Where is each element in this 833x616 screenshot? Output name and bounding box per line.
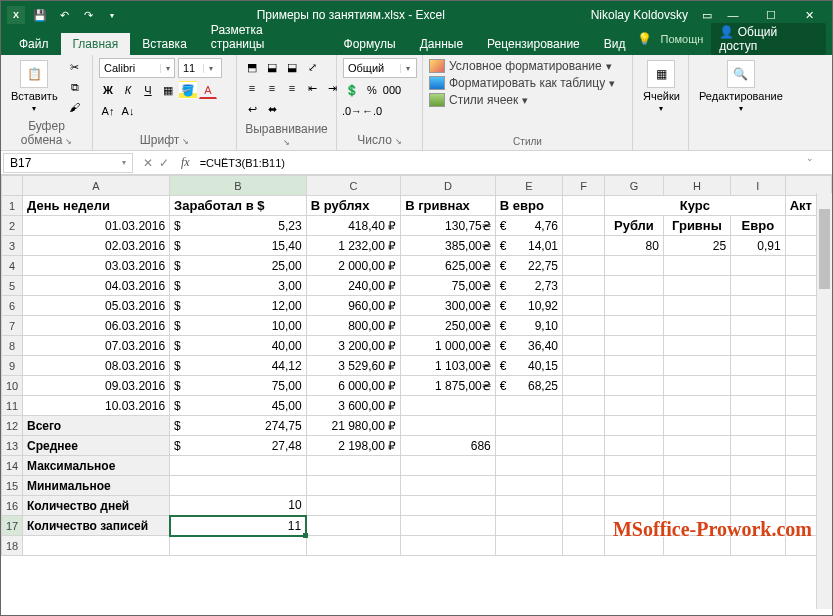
number-format-combo[interactable]: ▾ xyxy=(343,58,417,78)
cell[interactable]: $40,00 xyxy=(170,336,307,356)
cell[interactable] xyxy=(562,536,604,556)
font-size-combo[interactable]: ▾ xyxy=(178,58,222,78)
accounting-icon[interactable]: 💲 xyxy=(343,81,361,99)
fill-color-icon[interactable]: 🪣 xyxy=(179,81,197,99)
cell[interactable]: 01.03.2016 xyxy=(23,216,170,236)
cell[interactable] xyxy=(663,276,730,296)
cell[interactable]: $15,40 xyxy=(170,236,307,256)
cell[interactable]: $10,00 xyxy=(170,316,307,336)
cell[interactable] xyxy=(605,436,664,456)
row-header[interactable]: 12 xyxy=(2,416,23,436)
cell[interactable] xyxy=(562,456,604,476)
cell[interactable] xyxy=(495,476,562,496)
cell[interactable] xyxy=(663,336,730,356)
cell[interactable] xyxy=(562,516,604,536)
cell[interactable]: Среднее xyxy=(23,436,170,456)
col-header[interactable]: F xyxy=(562,176,604,196)
cell[interactable]: €40,15 xyxy=(495,356,562,376)
cell[interactable] xyxy=(731,296,786,316)
row-header[interactable]: 9 xyxy=(2,356,23,376)
cell[interactable] xyxy=(306,456,401,476)
cut-icon[interactable]: ✂ xyxy=(66,58,84,76)
cell[interactable] xyxy=(605,496,664,516)
bold-button[interactable]: Ж xyxy=(99,81,117,99)
cell[interactable]: Минимальное xyxy=(23,476,170,496)
tab-view[interactable]: Вид xyxy=(592,33,638,55)
font-name-input[interactable] xyxy=(100,62,160,74)
cell[interactable]: $3,00 xyxy=(170,276,307,296)
cell[interactable] xyxy=(401,496,496,516)
cell[interactable] xyxy=(605,296,664,316)
align-left-icon[interactable]: ≡ xyxy=(243,79,261,97)
col-header[interactable]: B xyxy=(170,176,307,196)
cell[interactable] xyxy=(401,476,496,496)
cell[interactable]: $75,00 xyxy=(170,376,307,396)
cell[interactable]: $274,75 xyxy=(170,416,307,436)
indent-dec-icon[interactable]: ⇤ xyxy=(303,79,321,97)
cell[interactable] xyxy=(663,256,730,276)
cell[interactable] xyxy=(605,256,664,276)
cell[interactable] xyxy=(23,536,170,556)
cell[interactable] xyxy=(562,496,604,516)
cell[interactable] xyxy=(401,456,496,476)
cell[interactable] xyxy=(401,536,496,556)
tab-data[interactable]: Данные xyxy=(408,33,475,55)
cell[interactable]: 10.03.2016 xyxy=(23,396,170,416)
cell[interactable]: Всего xyxy=(23,416,170,436)
percent-icon[interactable]: % xyxy=(363,81,381,99)
cell-styles-button[interactable]: Стили ячеек ▾ xyxy=(429,92,528,108)
row-header[interactable]: 13 xyxy=(2,436,23,456)
font-size-input[interactable] xyxy=(179,62,203,74)
cell[interactable] xyxy=(663,476,730,496)
spreadsheet-grid[interactable]: A B C D E F G H I 1 День недели Заработа… xyxy=(1,175,832,609)
cell[interactable] xyxy=(306,496,401,516)
cell[interactable] xyxy=(731,376,786,396)
formula-input[interactable] xyxy=(194,157,832,169)
cell[interactable]: Евро xyxy=(731,216,786,236)
cell[interactable]: 250,00₴ xyxy=(401,316,496,336)
align-center-icon[interactable]: ≡ xyxy=(263,79,281,97)
cell[interactable] xyxy=(170,456,307,476)
cell[interactable]: День недели xyxy=(23,196,170,216)
tab-insert[interactable]: Вставка xyxy=(130,33,199,55)
cell[interactable] xyxy=(663,376,730,396)
qat-dropdown-icon[interactable]: ▾ xyxy=(103,6,121,24)
underline-button[interactable]: Ч xyxy=(139,81,157,99)
cell[interactable]: 04.03.2016 xyxy=(23,276,170,296)
cell[interactable]: Количество записей xyxy=(23,516,170,536)
editing-button[interactable]: 🔍 Редактирование ▾ xyxy=(695,58,787,115)
cell[interactable]: Рубли xyxy=(605,216,664,236)
cell[interactable] xyxy=(495,396,562,416)
cell[interactable] xyxy=(401,416,496,436)
tab-formulas[interactable]: Формулы xyxy=(332,33,408,55)
cell[interactable] xyxy=(663,316,730,336)
save-icon[interactable]: 💾 xyxy=(31,6,49,24)
cell[interactable] xyxy=(731,456,786,476)
cell[interactable] xyxy=(605,476,664,496)
cell[interactable]: 6 000,00 ₽ xyxy=(306,376,401,396)
cell[interactable] xyxy=(495,416,562,436)
cells-button[interactable]: ▦ Ячейки ▾ xyxy=(639,58,684,115)
cell[interactable]: 800,00 ₽ xyxy=(306,316,401,336)
cell[interactable] xyxy=(605,416,664,436)
cell[interactable] xyxy=(401,396,496,416)
cell[interactable] xyxy=(562,416,604,436)
cell[interactable]: В евро xyxy=(495,196,562,216)
cell[interactable] xyxy=(663,356,730,376)
cell[interactable]: Количество дней xyxy=(23,496,170,516)
copy-icon[interactable]: ⧉ xyxy=(66,78,84,96)
cell[interactable] xyxy=(605,456,664,476)
cell[interactable] xyxy=(605,376,664,396)
row-header[interactable]: 3 xyxy=(2,236,23,256)
row-header[interactable]: 11 xyxy=(2,396,23,416)
row-header[interactable]: 1 xyxy=(2,196,23,216)
vertical-scrollbar[interactable] xyxy=(816,193,832,609)
expand-formula-bar-icon[interactable]: ⌄ xyxy=(806,153,814,163)
cell[interactable] xyxy=(306,516,401,536)
name-box[interactable]: B17▾ xyxy=(3,153,133,173)
cell[interactable]: $44,12 xyxy=(170,356,307,376)
cell[interactable]: 3 600,00 ₽ xyxy=(306,396,401,416)
cell[interactable] xyxy=(605,336,664,356)
cell[interactable] xyxy=(495,536,562,556)
tab-page-layout[interactable]: Разметка страницы xyxy=(199,19,332,55)
